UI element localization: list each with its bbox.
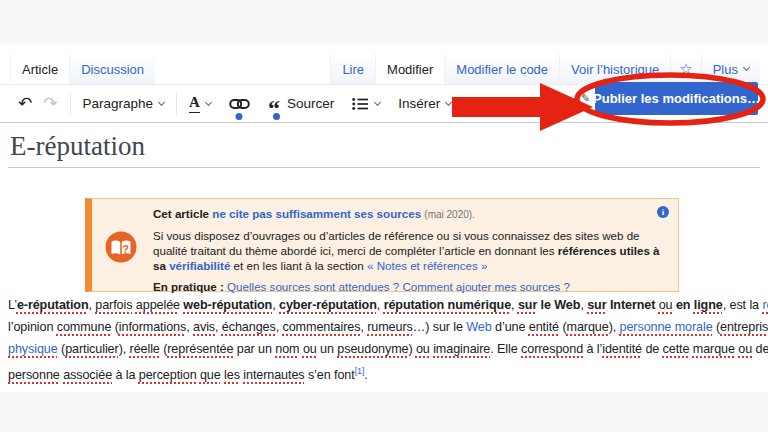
text-segment: web-réputation: [183, 298, 272, 312]
text-segment: ,: [377, 298, 384, 312]
sources-warning-banner: ? i Cet article ne cite pas suffisamment…: [85, 198, 679, 292]
chevron-down-icon: [205, 98, 212, 105]
text-segment: .: [364, 368, 367, 382]
ambox-text-block: Cet article ne cite pas suffisamment ses…: [153, 206, 671, 294]
article-tab-bar: Article Discussion Lire Modifier Modifie…: [0, 44, 768, 85]
page-title: E-réputation: [10, 131, 145, 162]
inline-link[interactable]: réputation: [762, 298, 768, 312]
text-segment: correspond: [521, 342, 583, 356]
text-segment: de: [642, 342, 663, 356]
text-segment: informations: [119, 320, 186, 334]
tab-discussion[interactable]: Discussion: [69, 54, 155, 84]
text-segment: parfois: [95, 298, 132, 312]
text-segment: réputation numérique: [384, 298, 511, 312]
text-segment: ou: [303, 342, 317, 356]
tab-modifier[interactable]: Modifier: [375, 54, 444, 84]
insert-dropdown[interactable]: Insérer: [389, 85, 460, 122]
text-segment: l’opinion: [8, 320, 57, 334]
inline-link[interactable]: Quelles sources sont attendues ?: [227, 280, 399, 293]
text-segment: ): [408, 342, 416, 356]
text-segment: ,: [511, 298, 518, 312]
cite-button[interactable]: “ Sourcer: [259, 85, 343, 122]
text-segment: identité: [602, 342, 642, 356]
text-segment: marque: [567, 320, 609, 334]
page-top-margin: [0, 0, 768, 44]
paragraph-line: L’e-réputation, parfois appelée web-répu…: [8, 294, 766, 316]
tab-voir-historique[interactable]: Voir l’historique: [559, 54, 670, 84]
link-button[interactable]: [220, 85, 259, 122]
tab-article[interactable]: Article: [10, 54, 69, 84]
text-segment: ou: [738, 342, 752, 356]
text-segment: représentée: [167, 342, 233, 356]
text-segment: ,: [272, 298, 279, 312]
text-segment: internautes: [243, 368, 304, 382]
text-style-dropdown[interactable]: A: [180, 85, 220, 122]
title-divider: [8, 167, 760, 168]
text-segment: (: [111, 320, 119, 334]
text-segment: Cet article: [153, 207, 212, 220]
text-segment: réelle: [130, 342, 160, 356]
toolbar-separator: [70, 93, 71, 115]
bullet-list-icon: [352, 97, 369, 111]
inline-link[interactable]: personne morale: [620, 320, 713, 334]
text-segment: les: [224, 368, 240, 382]
text-style-icon: A: [189, 94, 200, 113]
text-segment: cette: [663, 342, 690, 356]
paragraph-format-label: Paragraphe: [83, 96, 154, 111]
namespace-tabs: Article Discussion: [10, 54, 155, 84]
text-segment: , est la: [723, 298, 763, 312]
text-segment: ou: [659, 298, 673, 312]
cite-label: Sourcer: [287, 96, 334, 111]
text-segment: appelée: [136, 298, 180, 312]
undo-icon: ↶: [18, 95, 32, 112]
undo-button[interactable]: ↶: [9, 85, 41, 122]
text-segment: entité: [529, 320, 559, 334]
inline-link[interactable]: Comment ajouter mes sources ?: [402, 280, 570, 293]
text-segment: sur: [518, 298, 537, 312]
text-segment: (: [713, 320, 721, 334]
watchlist-star-icon[interactable]: ☆: [670, 54, 700, 84]
tab-plus-menu[interactable]: Plus: [701, 54, 760, 84]
ambox-practice-line: En pratique : Quelles sources sont atten…: [153, 279, 671, 294]
text-segment: et en les liant à la section: [230, 259, 367, 272]
text-segment: à l’: [583, 342, 602, 356]
text-segment: particulier: [65, 342, 119, 356]
paragraph-line: physique (particulier), réelle (représen…: [8, 338, 766, 360]
publish-changes-button[interactable]: Publier les modifications…: [595, 82, 758, 115]
tab-plus-label: Plus: [713, 62, 738, 77]
text-segment: perception: [139, 368, 197, 382]
page-bottom-margin: [0, 392, 768, 432]
text-segment: d’une: [492, 320, 529, 334]
text-segment: (mai 2020).: [424, 209, 475, 220]
text-segment: personne: [8, 368, 60, 382]
text-segment: de: [752, 342, 768, 356]
inline-link[interactable]: [1]: [355, 366, 365, 376]
text-segment: marque: [693, 342, 735, 356]
inline-link[interactable]: vérifiabilité: [169, 259, 230, 272]
tab-modifier-le-code[interactable]: Modifier le code: [444, 54, 559, 84]
inline-link[interactable]: « Notes et références »: [367, 259, 488, 272]
lead-paragraph[interactable]: L’e-réputation, parfois appelée web-répu…: [8, 294, 766, 382]
inline-link[interactable]: physique: [8, 342, 58, 356]
paragraph-line: l’opinion commune (informations, avis, é…: [8, 316, 766, 338]
paragraph-format-dropdown[interactable]: Paragraphe: [74, 85, 174, 122]
special-character-button[interactable]: Ω: [460, 85, 491, 122]
redo-icon: ↷: [43, 95, 57, 112]
text-segment: e-réputation: [17, 298, 89, 312]
text-segment: à la: [112, 368, 139, 382]
text-segment: (: [58, 342, 66, 356]
cite-tool-active-dot: [273, 113, 280, 120]
redo-button[interactable]: ↷: [41, 85, 66, 122]
inline-link[interactable]: ne cite pas suffisamment ses sources: [212, 207, 421, 220]
tab-lire[interactable]: Lire: [330, 54, 375, 84]
text-segment: ,: [276, 320, 283, 334]
text-segment: par un: [233, 342, 275, 356]
text-segment: ,: [215, 320, 222, 334]
list-structure-dropdown[interactable]: [343, 85, 389, 122]
switch-editor-icon[interactable]: ✎: [581, 92, 590, 105]
inline-link[interactable]: Web: [466, 320, 491, 334]
text-segment: cyber-réputation: [279, 298, 377, 312]
link-chain-icon: [229, 97, 250, 111]
ambox-title: Cet article ne cite pas suffisamment ses…: [153, 206, 671, 222]
link-tool-active-dot: [236, 113, 243, 120]
